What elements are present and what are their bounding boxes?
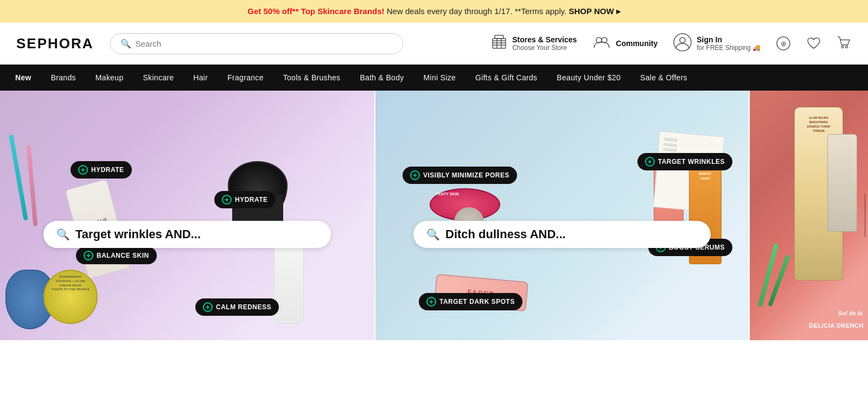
svg-point-14 [846,46,848,48]
hero-section: SUPERBERRYHYDRATE + GLOWDREAM MASKYOUTH … [0,91,868,340]
nav-item-bath[interactable]: Bath & Body [350,65,413,91]
tag-hydrate-2[interactable]: + HYDRATE [214,191,276,208]
nav-item-beauty-under[interactable]: Beauty Under $20 [547,65,630,91]
nav-item-mini[interactable]: Mini Size [414,65,466,91]
plus-icon-7: + [426,297,436,307]
signin-button[interactable]: Sign In for FREE Shipping 🚚 [673,33,761,54]
nav-item-tools[interactable]: Tools & Brushes [273,65,350,91]
wishlist-button[interactable] [806,36,821,51]
signin-subtitle: for FREE Shipping 🚚 [697,44,761,52]
promo-regular: New deals every day through 1/17. **Term… [387,7,567,16]
pen-cyan-decoration [9,135,28,221]
right-panel-bg: GLOW RECIPEBRIGHTENINGESSENCE TONERTONIQ… [750,91,868,340]
user-icon [673,33,692,54]
nav-item-makeup[interactable]: Makeup [86,65,133,91]
stores-services-button[interactable]: Stores & Services Choose Your Store [490,33,577,54]
plus-icon-4: + [203,302,213,312]
search-pill-icon-left: 🔍 [56,228,70,241]
tag-label-pores: VISIBLY MINIMIZE PORES [423,171,509,179]
plus-icon-3: + [84,251,93,260]
promo-cta[interactable]: SHOP NOW ▸ [569,7,620,16]
tag-target-dark-spots[interactable]: + TARGET DARK SPOTS [419,293,522,310]
stores-title: Stores & Services [512,35,577,44]
promo-highlight: Get 50% off** Top Skincare Brands! [247,7,384,16]
svg-rect-0 [493,39,506,48]
scroll-indicator[interactable] [864,194,866,237]
left-panel-bg: SUPERBERRYHYDRATE + GLOWDREAM MASKYOUTH … [0,91,374,340]
svg-point-13 [841,46,844,48]
nav-item-new[interactable]: New [5,65,41,91]
plus-icon-1: + [78,165,88,175]
header-actions: Stores & Services Choose Your Store Comm… [490,33,852,54]
logo[interactable]: SEPHORA [16,35,94,52]
left-search-text: Target wrinkles AND... [75,227,201,241]
nav-item-gifts[interactable]: Gifts & Gift Cards [465,65,547,91]
plus-icon-6: + [645,157,655,167]
nav-item-fragrance[interactable]: Fragrance [218,65,273,91]
hero-panel-right[interactable]: GLOW RECIPEBRIGHTENINGESSENCE TONERTONIQ… [749,91,868,340]
signin-title: Sign In [697,35,761,44]
search-pill-icon-center: 🔍 [426,228,440,241]
tag-minimize-pores[interactable]: + VISIBLY MINIMIZE PORES [403,167,517,184]
search-input[interactable] [136,39,393,48]
center-panel-bg: FENTY SKIN INNBEAUTYBRIGHT+TIGHT |||||||… [375,91,749,340]
sol-brand-text: Sol de la [838,309,863,318]
small-bottle [827,134,857,232]
green-pen-1 [758,243,779,307]
plus-icon-5: + [410,170,420,180]
store-icon [490,33,508,54]
promo-banner: Get 50% off** Top Skincare Brands! New d… [0,0,868,23]
tag-balance[interactable]: + BALANCE SKIN [76,247,157,264]
tag-label-darkspots: TARGET DARK SPOTS [439,298,515,305]
svg-point-10 [680,37,685,43]
search-bar[interactable]: 🔍 [110,33,403,54]
svg-point-9 [674,34,691,51]
nav-item-hair[interactable]: Hair [183,65,218,91]
cart-button[interactable] [837,36,852,51]
tag-calm[interactable]: + CALM REDNESS [195,298,279,316]
tag-label-hydrate-2: HYDRATE [235,196,268,203]
tag-target-wrinkles[interactable]: + TARGET WRINKLES [637,153,732,170]
community-button[interactable]: Community [592,33,658,54]
pen-pink-decoration [26,145,37,226]
yellow-jar-product: SUPERBERRYHYDRATE + GLOWDREAM MASKYOUTH … [43,270,98,324]
search-icon: 🔍 [120,39,131,49]
nav-item-brands[interactable]: Brands [41,65,86,91]
tag-label-hydrate-1: HYDRATE [91,166,124,174]
community-title: Community [616,39,658,48]
delicia-product-text: DELICIA DRENCH [809,322,864,329]
svg-rect-1 [495,35,503,39]
svg-text:⊕: ⊕ [781,40,787,48]
rewards-button[interactable]: ⊕ [776,36,791,51]
plus-icon-2: + [222,195,232,205]
left-search-pill[interactable]: 🔍 Target wrinkles AND... [43,221,331,248]
tag-hydrate-1[interactable]: + HYDRATE [71,161,132,179]
stores-subtitle: Choose Your Store [512,44,577,52]
nav-item-sale[interactable]: Sale & Offers [630,65,697,91]
header: SEPHORA 🔍 Stores & Services Choose Yo [0,23,868,65]
center-search-text: Ditch dullness AND... [445,227,566,241]
main-nav: New Brands Makeup Skincare Hair Fragranc… [0,65,868,91]
tag-label-calm: CALM REDNESS [216,303,271,311]
tag-label-wrinkles: TARGET WRINKLES [658,158,725,165]
nav-item-skincare[interactable]: Skincare [133,65,183,91]
tag-label-balance: BALANCE SKIN [97,252,149,259]
hero-panel-center[interactable]: FENTY SKIN INNBEAUTYBRIGHT+TIGHT |||||||… [374,91,749,340]
hero-panel-left[interactable]: SUPERBERRYHYDRATE + GLOWDREAM MASKYOUTH … [0,91,374,340]
center-search-pill[interactable]: 🔍 Ditch dullness AND... [413,221,711,248]
community-icon [592,33,611,54]
